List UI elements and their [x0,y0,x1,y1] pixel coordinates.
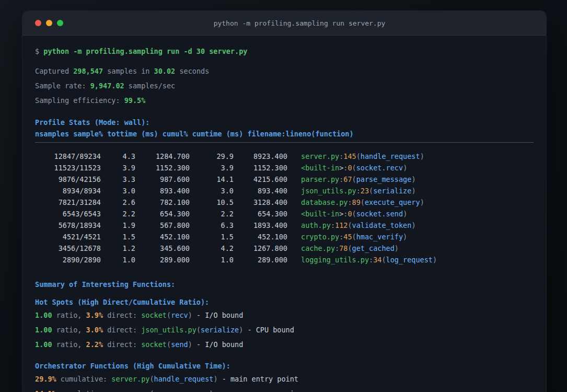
ratio-value: 1.00 [35,326,52,334]
sample-pct-cell: 4.3 [101,151,135,162]
orchestrators-header: Orchestrator Functions (High Cumulative … [35,360,534,372]
sample-pct-cell: 3.9 [101,162,135,174]
direct-label: direct: [103,326,141,334]
close-paren: ) [395,244,399,252]
filename: json_utils.py [301,187,356,195]
cumul-pct-cell: 6.3 [190,220,234,231]
open-paren: ( [352,210,356,218]
sample-pct-cell: 2.2 [101,208,135,220]
maximize-button[interactable] [57,20,63,26]
open-paren: ( [369,187,373,195]
text-segment: python -m profiling.sampling run -d 30 s… [43,47,247,55]
close-paren: ) [403,164,407,172]
direct-label: direct: [103,311,141,319]
terminal-window: python -m profiling.sampling run server.… [22,10,547,392]
cumtime-cell: 3128.400 [234,197,287,208]
stats-row: 11523/115233.91152.3003.91152.300<built-… [35,162,534,174]
sample-pct-cell: 1.0 [101,254,135,266]
stats-row: 4521/45211.5452.1001.5452.100crypto.py:4… [35,231,534,243]
note-text: - I/O bound [192,340,244,349]
text-segment: seconds [175,67,209,75]
cumul-pct-cell: 14.1 [190,174,234,185]
direct-label: direct: [103,340,141,349]
minimize-button[interactable] [46,20,52,26]
module-name: json_utils.py [141,326,196,334]
text-segment: Sample rate: [35,82,90,90]
sampling-efficiency-line: Sampling efficiency: 99.5% [35,95,534,106]
close-paren: ) [188,340,192,349]
cumul-pct-cell: 2.2 [190,208,234,220]
open-paren: ( [381,256,386,264]
function-name: log_request [386,256,433,264]
tottime-cell: 289.000 [135,254,190,266]
ratio-label: ratio, [52,311,86,319]
window-titlebar: python -m profiling.sampling run server.… [22,11,546,36]
summary-header: Summary of Interesting Functions: [35,279,534,290]
function-name: recv [171,311,188,319]
location-cell: logging_utils.py:34(log_request) [301,254,437,266]
close-paren: ) [213,375,217,383]
location-cell: <built-in>:0(socket.recv) [301,162,407,174]
hot-spot-line: 1.00 ratio, 3.9% direct: socket(recv) - … [35,309,534,321]
colon: : [348,198,352,206]
text-segment: $ [35,47,43,55]
filename: cache.py [301,244,335,252]
hot-spot-line: 1.00 ratio, 2.2% direct: socket(send) - … [35,339,534,350]
module-name: server.py [111,375,149,383]
line-number: 78 [339,244,348,252]
tottime-cell: 1284.700 [135,151,190,162]
function-name: parse_message [356,175,412,183]
close-paren: ) [411,221,415,229]
open-paren: ( [167,340,171,349]
nsamples-cell: 2890/2890 [35,254,101,266]
stats-row: 2890/28901.0289.0001.0289.000logging_uti… [35,254,534,266]
cumtime-cell: 893.400 [234,185,287,197]
location-cell: <built-in>:0(socket.send) [301,208,407,220]
close-paren: ) [411,187,415,195]
location-cell: database.py:89(execute_query) [301,197,424,208]
nsamples-cell: 3456/12678 [35,243,101,254]
ratio-value: 1.00 [35,340,52,349]
filename: crypto.py [301,233,339,241]
close-button[interactable] [35,20,41,26]
text-segment: 30.02 [154,67,176,75]
text-segment: Sampling efficiency: [35,96,124,105]
cumtime-cell: 1893.400 [234,220,287,231]
function-name: execute_query [365,198,420,206]
line-number: 145 [343,152,356,160]
hot-spot-line: 1.00 ratio, 3.0% direct: json_utils.py(s… [35,324,534,336]
function-name: handle_request [154,375,214,383]
direct-pct-value: 3.0% [86,326,103,334]
function-name: send [171,340,188,349]
function-name: socket.send [356,210,403,218]
line-number: 112 [335,221,348,229]
text-segment: Captured [35,67,73,75]
command-line: $ python -m profiling.sampling run -d 30… [35,45,534,57]
nsamples-cell: 6543/6543 [35,208,101,220]
profile-stats-header: Profile Stats (Mode: wall): [35,117,534,128]
cumul-pct-cell: 10.5 [190,197,234,208]
nsamples-cell: 4521/4521 [35,231,101,243]
function-name: socket.recv [356,164,403,172]
tottime-cell: 987.600 [135,174,190,185]
cumtime-cell: 4215.600 [234,174,287,185]
tottime-cell: 1152.300 [135,162,190,174]
note-text: - message processing [213,389,303,392]
traffic-lights [35,11,63,35]
filename: server.py [301,152,339,160]
function-name: validate_token [352,221,412,229]
text-segment: 9,947.02 [90,82,124,90]
table-columns-header: nsamples sample% tottime (ms) cumul% cum… [35,128,534,140]
sample-pct-cell: 2.6 [101,197,135,208]
location-cell: crypto.py:45(hmac_verify) [301,231,407,243]
cumul-pct-cell: 4.2 [190,243,234,254]
hot-spots-list: 1.00 ratio, 3.9% direct: socket(recv) - … [35,309,534,350]
open-paren: ( [352,164,356,172]
sample-pct-cell: 1.9 [101,220,135,231]
line-number: 0 [348,164,352,172]
cumulative-label: cumulative: [56,389,112,392]
module-name: parser.py [111,389,149,392]
orchestrator-line: 14.1% cumulative: parser.py(parse_messag… [35,388,534,392]
filename: parser.py [301,175,339,183]
open-paren: ( [352,233,356,241]
